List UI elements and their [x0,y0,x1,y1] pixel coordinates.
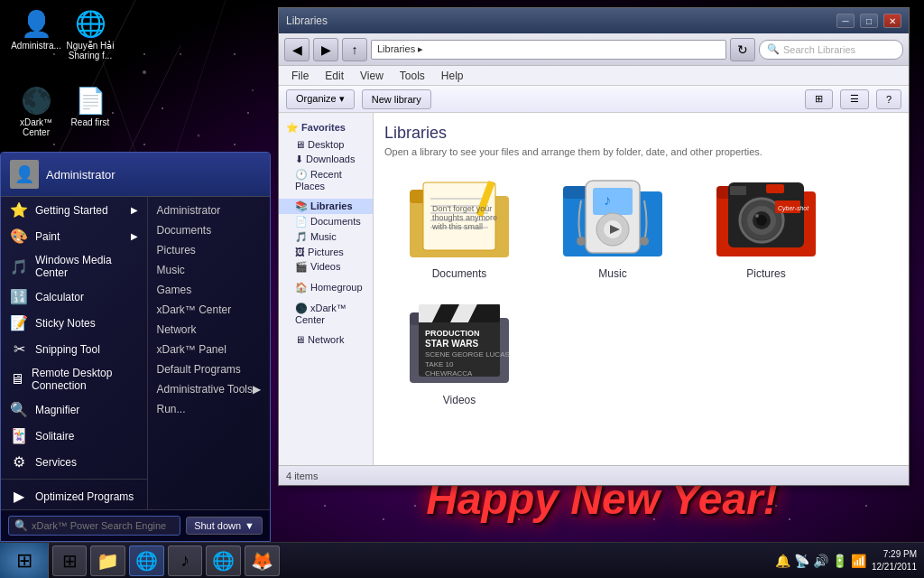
media-center-icon: 🎵 [10,258,28,275]
library-item-videos[interactable]: PRODUCTION STAR WARS SCENE GEORGE LUCAS … [392,298,527,406]
music-folder-icon: ♪ [555,172,670,262]
services-icon: ⚙ [10,453,28,471]
music-label: Music [598,267,626,280]
tray-icon-1[interactable]: 🔔 [775,554,790,568]
right-item-default-programs[interactable]: Default Programs [148,359,271,379]
right-item-network[interactable]: Network [148,320,271,340]
right-item-xdark-panel[interactable]: xDark™ Panel [148,340,271,359]
menu-item-remote-desktop[interactable]: 🖥 Remote Desktop Connection [1,362,147,396]
menu-item-services[interactable]: ⚙ Services [1,449,147,475]
details-pane-button[interactable]: ☰ [840,89,869,109]
menu-tools[interactable]: Tools [393,66,432,85]
menu-view[interactable]: View [353,66,391,85]
taskbar-item-explorer[interactable]: 🌐 [129,545,164,576]
start-menu-left-panel: ⭐ Getting Started ▶ 🎨 Paint ▶ 🎵 Windows … [1,197,148,509]
sidebar-lib-pictures[interactable]: 🖼 Pictures [279,245,373,259]
svg-point-9 [198,135,200,137]
tray-icon-volume[interactable]: 🔊 [813,554,828,568]
library-item-pictures[interactable]: Cyber-shot Pictures [698,172,834,280]
paint-icon: 🎨 [10,228,28,245]
sidebar-lib-documents[interactable]: 📄 Documents [279,214,373,229]
desktop-icon-nguyen[interactable]: 🌐 Nguyễn Hải Sharing f... [63,9,117,61]
menu-item-solitaire[interactable]: 🃏 Solitaire [1,423,147,449]
explorer-title-text: Libraries [286,14,831,27]
menu-item-paint[interactable]: 🎨 Paint ▶ [1,223,147,249]
sidebar-desktop[interactable]: 🖥 Desktop [279,137,373,152]
right-item-documents[interactable]: Documents [148,220,271,240]
user-avatar: 👤 [10,160,39,189]
taskbar-item-windows[interactable]: ⊞ [52,545,87,576]
taskbar-item-firefox[interactable]: 🦊 [245,545,280,576]
menu-item-getting-started[interactable]: ⭐ Getting Started ▶ [1,197,147,223]
menu-file[interactable]: File [284,66,316,85]
sidebar-favorites-title[interactable]: ⭐ Favorites [279,118,373,137]
menu-edit[interactable]: Edit [318,66,351,85]
svg-text:Don't forget your: Don't forget your [432,204,492,213]
menu-item-calculator[interactable]: 🔢 Calculator [1,284,147,310]
svg-text:Cyber-shot: Cyber-shot [778,205,809,212]
right-item-music[interactable]: Music [148,260,271,280]
sidebar-recent-places[interactable]: 🕐 Recent Places [279,167,373,193]
taskbar-item-chrome[interactable]: 🌐 [206,545,241,576]
close-button[interactable]: ✕ [883,14,901,28]
explorer-main-content: Libraries Open a library to see your fil… [374,113,909,465]
pictures-icon-svg: Cyber-shot [712,173,820,260]
sidebar-downloads[interactable]: ⬇ Downloads [279,152,373,167]
view-options-button[interactable]: ⊞ [805,89,833,109]
maximize-button[interactable]: □ [860,14,878,28]
right-item-admin-tools[interactable]: Administrative Tools▶ [148,379,271,399]
taskbar-item-media[interactable]: ♪ [168,545,202,576]
library-item-music[interactable]: ♪ Music [545,172,680,280]
up-button[interactable]: ↑ [342,38,367,61]
tray-icon-power[interactable]: 🔋 [832,554,847,568]
refresh-button[interactable]: ↻ [730,38,755,61]
right-item-run[interactable]: Run... [148,399,271,419]
svg-point-33 [577,237,586,246]
minimize-button[interactable]: ─ [836,14,855,28]
menu-item-magnifier[interactable]: 🔍 Magnifier [1,396,147,423]
menu-item-sticky-notes[interactable]: 📝 Sticky Notes [1,310,147,336]
explorer-search[interactable]: 🔍 Search Libraries [759,40,903,60]
sidebar-network[interactable]: 🖥 Network [279,332,373,347]
system-clock[interactable]: 7:29 PM 12/21/2011 [872,548,917,573]
desktop-icon-readfirst[interactable]: 📄 Read first [63,86,117,127]
forward-button[interactable]: ▶ [313,38,338,61]
pictures-label: Pictures [746,267,785,280]
desktop-icon-admin[interactable]: 👤 Administra... [9,9,63,51]
right-item-pictures[interactable]: Pictures [148,240,271,260]
right-item-xdark-center[interactable]: xDark™ Center [148,300,271,320]
sidebar-homegroup[interactable]: 🏠 Homegroup [279,280,373,295]
desktop-icon-xdark[interactable]: 🌑 xDark™ Center [9,86,63,137]
menu-divider [1,479,147,480]
right-item-administrator[interactable]: Administrator [148,200,271,220]
address-bar[interactable]: Libraries ▸ [371,40,726,60]
menu-item-media-center[interactable]: 🎵 Windows Media Center [1,249,147,284]
start-button[interactable]: ⊞ [0,543,49,579]
explorer-sidebar: ⭐ Favorites 🖥 Desktop ⬇ Downloads 🕐 Rece… [279,113,374,465]
start-menu-header: 👤 Administrator [1,153,270,197]
taskbar-item-folder[interactable]: 📁 [90,545,125,576]
sidebar-lib-videos[interactable]: 🎬 Videos [279,259,373,275]
organize-button[interactable]: Organize ▾ [286,89,355,109]
help-button[interactable]: ? [876,89,901,109]
tray-icon-2[interactable]: 📡 [794,554,809,568]
right-item-games[interactable]: Games [148,280,271,300]
search-input[interactable] [32,520,174,531]
explorer-statusbar: 4 items [279,465,909,485]
new-library-button[interactable]: New library [362,89,431,109]
sidebar-lib-music[interactable]: 🎵 Music [279,229,373,245]
shutdown-button[interactable]: Shut down ▼ [186,517,263,535]
sidebar-xdark-center[interactable]: 🌑 xDark™ Center [279,301,373,327]
menu-help[interactable]: Help [434,66,471,85]
menu-item-optimized-programs[interactable]: ▶ Optimized Programs [1,483,147,509]
search-box[interactable]: 🔍 [8,516,180,536]
back-button[interactable]: ◀ [284,38,310,61]
library-item-documents[interactable]: Don't forget your thoughts anymore with … [392,172,527,280]
getting-started-icon: ⭐ [10,201,28,219]
tray-icon-network[interactable]: 📶 [851,554,866,568]
sidebar-libraries-title[interactable]: 📚 Libraries [279,199,373,214]
library-grid: Don't forget your thoughts anymore with … [384,172,898,406]
documents-label: Documents [432,267,487,280]
menu-item-snipping-tool[interactable]: ✂ Snipping Tool [1,336,147,362]
tray-icons: 🔔 📡 🔊 🔋 📶 [775,554,866,568]
